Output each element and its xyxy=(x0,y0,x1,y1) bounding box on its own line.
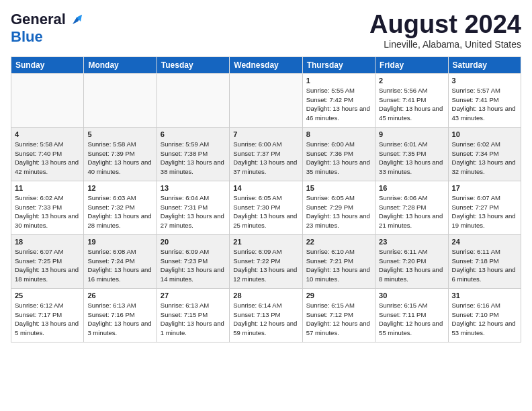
calendar-day-25: 25Sunrise: 6:12 AMSunset: 7:17 PMDayligh… xyxy=(11,288,84,342)
calendar-table: SundayMondayTuesdayWednesdayThursdayFrid… xyxy=(11,56,521,342)
day-info: Sunrise: 5:55 AMSunset: 7:42 PMDaylight:… xyxy=(306,86,371,123)
calendar-day-13: 13Sunrise: 6:04 AMSunset: 7:31 PMDayligh… xyxy=(157,181,229,234)
calendar-week-3: 11Sunrise: 6:02 AMSunset: 7:33 PMDayligh… xyxy=(11,181,521,234)
day-number: 15 xyxy=(306,184,371,192)
day-info: Sunrise: 6:14 AMSunset: 7:13 PMDaylight:… xyxy=(233,301,298,338)
col-header-monday: Monday xyxy=(84,56,157,73)
day-info: Sunrise: 6:13 AMSunset: 7:15 PMDaylight:… xyxy=(161,301,226,338)
calendar-day-empty-0 xyxy=(11,73,84,127)
calendar-day-29: 29Sunrise: 6:15 AMSunset: 7:12 PMDayligh… xyxy=(302,288,375,342)
day-number: 18 xyxy=(15,238,80,246)
day-info: Sunrise: 6:02 AMSunset: 7:33 PMDaylight:… xyxy=(15,193,80,230)
calendar-day-7: 7Sunrise: 6:00 AMSunset: 7:37 PMDaylight… xyxy=(230,127,302,181)
day-info: Sunrise: 5:57 AMSunset: 7:41 PMDaylight:… xyxy=(452,86,517,123)
calendar-day-empty-3 xyxy=(230,73,302,127)
day-number: 12 xyxy=(87,184,152,192)
calendar-day-10: 10Sunrise: 6:02 AMSunset: 7:34 PMDayligh… xyxy=(448,127,521,181)
calendar-day-20: 20Sunrise: 6:09 AMSunset: 7:23 PMDayligh… xyxy=(157,234,229,288)
day-number: 2 xyxy=(379,77,444,85)
day-number: 23 xyxy=(379,238,444,246)
day-number: 19 xyxy=(87,238,152,246)
day-number: 30 xyxy=(379,291,444,300)
col-header-thursday: Thursday xyxy=(302,56,375,73)
day-number: 25 xyxy=(15,291,80,300)
day-info: Sunrise: 6:05 AMSunset: 7:30 PMDaylight:… xyxy=(233,193,298,230)
day-info: Sunrise: 6:03 AMSunset: 7:32 PMDaylight:… xyxy=(87,193,152,230)
day-number: 13 xyxy=(161,184,226,192)
col-header-friday: Friday xyxy=(375,56,448,73)
day-number: 11 xyxy=(15,184,80,192)
day-info: Sunrise: 6:00 AMSunset: 7:37 PMDaylight:… xyxy=(233,140,298,177)
page-header: General Blue August 2024 Lineville, Alab… xyxy=(11,11,521,50)
day-info: Sunrise: 6:07 AMSunset: 7:25 PMDaylight:… xyxy=(15,247,80,284)
month-title: August 2024 xyxy=(369,11,521,39)
calendar-day-28: 28Sunrise: 6:14 AMSunset: 7:13 PMDayligh… xyxy=(230,288,302,342)
day-number: 8 xyxy=(306,130,371,138)
day-info: Sunrise: 6:12 AMSunset: 7:17 PMDaylight:… xyxy=(15,301,80,338)
col-header-wednesday: Wednesday xyxy=(230,56,302,73)
location-text: Lineville, Alabama, United States xyxy=(369,39,521,50)
day-info: Sunrise: 5:58 AMSunset: 7:40 PMDaylight:… xyxy=(15,140,80,177)
day-number: 3 xyxy=(452,77,517,85)
day-info: Sunrise: 6:02 AMSunset: 7:34 PMDaylight:… xyxy=(452,140,517,177)
calendar-day-5: 5Sunrise: 5:58 AMSunset: 7:39 PMDaylight… xyxy=(84,127,157,181)
day-info: Sunrise: 6:01 AMSunset: 7:35 PMDaylight:… xyxy=(379,140,444,177)
day-number: 28 xyxy=(233,291,298,300)
calendar-week-1: 1Sunrise: 5:55 AMSunset: 7:42 PMDaylight… xyxy=(11,73,521,127)
calendar-day-3: 3Sunrise: 5:57 AMSunset: 7:41 PMDaylight… xyxy=(448,73,521,127)
calendar-day-6: 6Sunrise: 5:59 AMSunset: 7:38 PMDaylight… xyxy=(157,127,229,181)
day-number: 21 xyxy=(233,238,298,246)
calendar-day-empty-1 xyxy=(84,73,157,127)
calendar-day-16: 16Sunrise: 6:06 AMSunset: 7:28 PMDayligh… xyxy=(375,181,448,234)
day-number: 5 xyxy=(87,130,152,138)
logo-general-text: General xyxy=(11,11,66,28)
calendar-day-1: 1Sunrise: 5:55 AMSunset: 7:42 PMDaylight… xyxy=(302,73,375,127)
col-header-tuesday: Tuesday xyxy=(157,56,229,73)
calendar-week-4: 18Sunrise: 6:07 AMSunset: 7:25 PMDayligh… xyxy=(11,234,521,288)
logo-bird-icon xyxy=(67,12,82,27)
day-info: Sunrise: 5:59 AMSunset: 7:38 PMDaylight:… xyxy=(161,140,226,177)
calendar-day-27: 27Sunrise: 6:13 AMSunset: 7:15 PMDayligh… xyxy=(157,288,229,342)
calendar-day-21: 21Sunrise: 6:09 AMSunset: 7:22 PMDayligh… xyxy=(230,234,302,288)
calendar-day-11: 11Sunrise: 6:02 AMSunset: 7:33 PMDayligh… xyxy=(11,181,84,234)
calendar-day-23: 23Sunrise: 6:11 AMSunset: 7:20 PMDayligh… xyxy=(375,234,448,288)
day-info: Sunrise: 5:56 AMSunset: 7:41 PMDaylight:… xyxy=(379,86,444,123)
calendar-day-14: 14Sunrise: 6:05 AMSunset: 7:30 PMDayligh… xyxy=(230,181,302,234)
logo: General Blue xyxy=(11,11,82,46)
day-number: 17 xyxy=(452,184,517,192)
day-number: 26 xyxy=(87,291,152,300)
calendar-day-26: 26Sunrise: 6:13 AMSunset: 7:16 PMDayligh… xyxy=(84,288,157,342)
day-info: Sunrise: 6:06 AMSunset: 7:28 PMDaylight:… xyxy=(379,193,444,230)
day-info: Sunrise: 6:10 AMSunset: 7:21 PMDaylight:… xyxy=(306,247,371,284)
day-number: 27 xyxy=(161,291,226,300)
calendar-day-15: 15Sunrise: 6:05 AMSunset: 7:29 PMDayligh… xyxy=(302,181,375,234)
day-number: 1 xyxy=(306,77,371,85)
day-number: 9 xyxy=(379,130,444,138)
calendar-day-8: 8Sunrise: 6:00 AMSunset: 7:36 PMDaylight… xyxy=(302,127,375,181)
day-info: Sunrise: 6:00 AMSunset: 7:36 PMDaylight:… xyxy=(306,140,371,177)
calendar-day-31: 31Sunrise: 6:16 AMSunset: 7:10 PMDayligh… xyxy=(448,288,521,342)
day-info: Sunrise: 6:15 AMSunset: 7:12 PMDaylight:… xyxy=(306,301,371,338)
day-number: 31 xyxy=(452,291,517,300)
col-header-saturday: Saturday xyxy=(448,56,521,73)
day-info: Sunrise: 6:11 AMSunset: 7:18 PMDaylight:… xyxy=(452,247,517,284)
day-number: 24 xyxy=(452,238,517,246)
day-info: Sunrise: 6:05 AMSunset: 7:29 PMDaylight:… xyxy=(306,193,371,230)
day-number: 6 xyxy=(161,130,226,138)
day-info: Sunrise: 6:11 AMSunset: 7:20 PMDaylight:… xyxy=(379,247,444,284)
calendar-day-empty-2 xyxy=(157,73,229,127)
day-number: 29 xyxy=(306,291,371,300)
calendar-day-9: 9Sunrise: 6:01 AMSunset: 7:35 PMDaylight… xyxy=(375,127,448,181)
day-info: Sunrise: 6:13 AMSunset: 7:16 PMDaylight:… xyxy=(87,301,152,338)
calendar-day-17: 17Sunrise: 6:07 AMSunset: 7:27 PMDayligh… xyxy=(448,181,521,234)
day-number: 20 xyxy=(161,238,226,246)
calendar-day-18: 18Sunrise: 6:07 AMSunset: 7:25 PMDayligh… xyxy=(11,234,84,288)
day-info: Sunrise: 6:07 AMSunset: 7:27 PMDaylight:… xyxy=(452,193,517,230)
calendar-day-24: 24Sunrise: 6:11 AMSunset: 7:18 PMDayligh… xyxy=(448,234,521,288)
title-block: August 2024 Lineville, Alabama, United S… xyxy=(369,11,521,50)
day-number: 4 xyxy=(15,130,80,138)
day-number: 16 xyxy=(379,184,444,192)
day-info: Sunrise: 6:09 AMSunset: 7:22 PMDaylight:… xyxy=(233,247,298,284)
day-info: Sunrise: 6:09 AMSunset: 7:23 PMDaylight:… xyxy=(161,247,226,284)
day-number: 22 xyxy=(306,238,371,246)
